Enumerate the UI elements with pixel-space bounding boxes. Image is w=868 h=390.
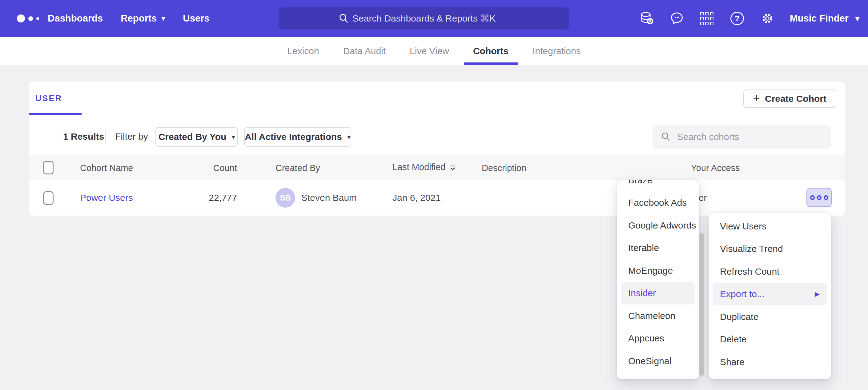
create-cohort-button[interactable]: + Create Cohort xyxy=(743,90,836,108)
help-icon: ? xyxy=(731,12,744,25)
project-switcher[interactable]: Music Finder ▾ xyxy=(790,13,859,24)
data-management-button[interactable] xyxy=(639,11,654,26)
table-row: Power Users 22,777 SB Steven Baum Jan 6,… xyxy=(29,180,845,216)
section-tabs: Lexicon Data Audit Live View Cohorts Int… xyxy=(0,37,868,65)
help-button[interactable]: ? xyxy=(730,11,745,26)
global-search[interactable] xyxy=(279,7,569,30)
menu-item-moengage[interactable]: MoEngage xyxy=(617,259,699,282)
tab-user-cohorts[interactable]: USER xyxy=(35,94,62,103)
nav-users-label: Users xyxy=(183,13,209,24)
create-cohort-label: Create Cohort xyxy=(765,94,827,104)
scrollbar-thumb[interactable] xyxy=(699,232,704,376)
menu-item-share[interactable]: Share xyxy=(709,351,831,373)
cohort-search[interactable] xyxy=(653,125,831,149)
menu-item-visualize-trend[interactable]: Visualize Trend xyxy=(709,238,831,261)
global-search-input[interactable] xyxy=(352,13,509,24)
tab-data-audit[interactable]: Data Audit xyxy=(343,37,386,65)
last-modified-value: Jan 6, 2021 xyxy=(393,193,441,203)
settings-button[interactable] xyxy=(760,11,775,26)
search-icon xyxy=(338,13,349,24)
menu-item-duplicate[interactable]: Duplicate xyxy=(709,305,831,328)
nav-users[interactable]: Users xyxy=(183,13,209,24)
menu-item-onesignal[interactable]: OneSignal xyxy=(617,350,699,372)
column-count: Count xyxy=(176,163,237,173)
cohorts-card: USER + Create Cohort 1 Results Filter by… xyxy=(29,82,845,216)
caret-down-icon: ▾ xyxy=(162,15,165,22)
gear-icon xyxy=(760,11,775,26)
table-header: Cohort Name Count Created By Last Modifi… xyxy=(29,155,845,180)
apps-grid-button[interactable] xyxy=(699,11,715,26)
database-gear-icon xyxy=(639,11,654,26)
column-cohort-name: Cohort Name xyxy=(80,163,133,173)
menu-item-view-users[interactable]: View Users xyxy=(709,215,831,238)
menu-item-chameleon[interactable]: Chameleon xyxy=(617,304,699,327)
topbar: Dashboards Reports ▾ Users xyxy=(0,0,868,37)
menu-item-appcues[interactable]: Appcues xyxy=(617,327,699,350)
export-targets-menu: Braze Facebook Ads Google Adwords Iterab… xyxy=(617,180,699,379)
menu-item-refresh-count[interactable]: Refresh Count xyxy=(709,260,831,283)
cohort-name-link[interactable]: Power Users xyxy=(80,193,133,203)
filter-bar: 1 Results Filter by Created By You ▾ All… xyxy=(29,122,845,152)
nav-reports-label: Reports xyxy=(121,13,157,24)
nav-dashboards[interactable]: Dashboards xyxy=(48,13,103,24)
feedback-chat-icon xyxy=(670,11,684,26)
tab-live-view[interactable]: Live View xyxy=(410,37,449,65)
tab-lexicon[interactable]: Lexicon xyxy=(287,37,319,65)
dot-icon xyxy=(817,195,822,200)
logo-dot-small xyxy=(36,17,39,20)
top-navigation: Dashboards Reports ▾ Users xyxy=(48,0,210,37)
topbar-right-controls: ? Music Finder ▾ xyxy=(639,0,859,37)
dot-icon xyxy=(824,195,828,200)
menu-item-insider[interactable]: Insider xyxy=(621,282,695,305)
select-all-checkbox[interactable] xyxy=(43,161,54,174)
row-actions-button[interactable] xyxy=(806,188,832,207)
filter-by-label: Filter by xyxy=(115,131,148,142)
menu-item-braze[interactable]: Braze xyxy=(617,180,699,192)
row-checkbox[interactable] xyxy=(43,191,54,205)
submenu-arrow-icon: ▶ xyxy=(815,290,820,298)
menu-item-google-adwords[interactable]: Google Adwords xyxy=(617,214,699,237)
tab-integrations[interactable]: Integrations xyxy=(532,37,581,65)
project-name: Music Finder xyxy=(790,13,848,24)
filter-integrations-dropdown[interactable]: All Active Integrations ▾ xyxy=(244,127,351,147)
cohort-search-input[interactable] xyxy=(677,132,823,142)
avatar: SB xyxy=(276,188,295,207)
results-count: 1 Results xyxy=(63,131,104,142)
dot-icon xyxy=(810,195,815,200)
caret-down-icon: ▾ xyxy=(347,134,350,140)
filter-created-by-dropdown[interactable]: Created By You ▾ xyxy=(155,127,238,147)
column-created-by: Created By xyxy=(276,163,320,173)
column-last-modified[interactable]: Last Modified xyxy=(393,162,456,172)
caret-down-icon: ▾ xyxy=(856,14,859,23)
logo-dot-large xyxy=(17,14,25,23)
sort-icon xyxy=(450,164,456,171)
created-by-value: Steven Baum xyxy=(301,193,357,203)
menu-item-iterable[interactable]: Iterable xyxy=(617,237,699,260)
logo-dot-medium xyxy=(28,16,33,21)
nav-reports[interactable]: Reports ▾ xyxy=(121,13,165,24)
active-tab-underline xyxy=(464,62,518,65)
user-tab-underline xyxy=(29,113,82,115)
column-description: Description xyxy=(482,163,526,173)
caret-down-icon: ▾ xyxy=(232,134,235,140)
column-your-access: Your Access xyxy=(691,163,740,173)
cohort-count: 22,777 xyxy=(176,193,237,203)
nav-dashboards-label: Dashboards xyxy=(48,13,103,24)
menu-item-delete[interactable]: Delete xyxy=(709,328,831,351)
mixpanel-logo[interactable] xyxy=(17,0,39,37)
menu-item-facebook-ads[interactable]: Facebook Ads xyxy=(617,192,699,215)
search-icon xyxy=(660,132,671,142)
feedback-button[interactable] xyxy=(669,11,685,26)
menu-item-export-to[interactable]: Export to... ▶ xyxy=(713,283,827,306)
row-actions-menu: View Users Visualize Trend Refresh Count… xyxy=(709,212,831,379)
tab-cohorts[interactable]: Cohorts xyxy=(473,37,508,65)
plus-icon: + xyxy=(753,92,760,105)
apps-grid-icon xyxy=(700,12,713,25)
vertical-divider xyxy=(105,130,105,143)
